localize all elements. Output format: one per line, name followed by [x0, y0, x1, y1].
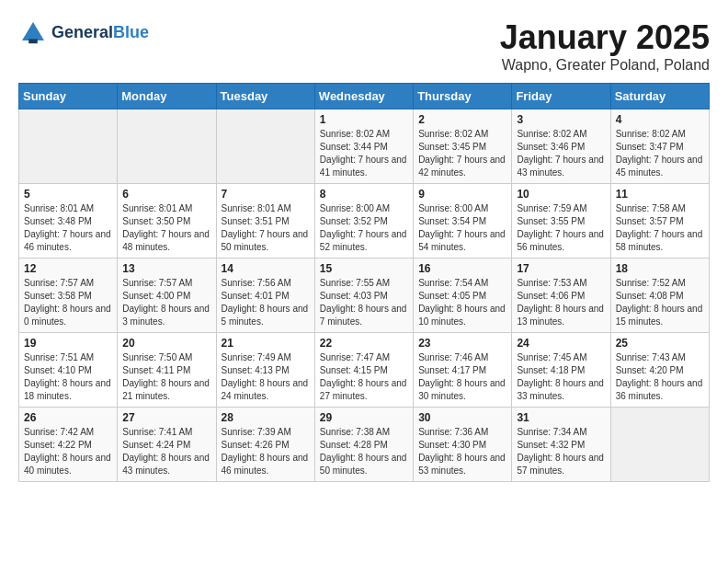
- calendar-title: January 2025: [500, 18, 710, 57]
- day-info: Sunrise: 8:02 AMSunset: 3:46 PMDaylight:…: [517, 128, 605, 179]
- day-info: Sunrise: 8:02 AMSunset: 3:45 PMDaylight:…: [418, 128, 506, 179]
- day-info: Sunrise: 7:57 AMSunset: 3:58 PMDaylight:…: [24, 277, 112, 328]
- day-number: 21: [222, 337, 310, 350]
- day-info: Sunrise: 7:53 AMSunset: 4:06 PMDaylight:…: [517, 277, 605, 328]
- day-number: 2: [418, 113, 506, 126]
- logo-icon: [18, 18, 48, 48]
- svg-rect-1: [28, 39, 38, 43]
- day-info: Sunrise: 7:36 AMSunset: 4:30 PMDaylight:…: [418, 426, 506, 477]
- calendar-cell: 20 Sunrise: 7:50 AMSunset: 4:11 PMDaylig…: [118, 333, 216, 408]
- calendar-cell: 24 Sunrise: 7:45 AMSunset: 4:18 PMDaylig…: [512, 333, 610, 408]
- calendar-cell: 30 Sunrise: 7:36 AMSunset: 4:30 PMDaylig…: [414, 408, 512, 482]
- day-info: Sunrise: 7:38 AMSunset: 4:28 PMDaylight:…: [320, 426, 408, 477]
- calendar-cell: 10 Sunrise: 7:59 AMSunset: 3:55 PMDaylig…: [512, 184, 610, 259]
- day-info: Sunrise: 7:42 AMSunset: 4:22 PMDaylight:…: [24, 426, 112, 477]
- day-header-friday: Friday: [512, 84, 610, 109]
- calendar-cell: 5 Sunrise: 8:01 AMSunset: 3:48 PMDayligh…: [19, 184, 118, 259]
- calendar-table: SundayMondayTuesdayWednesdayThursdayFrid…: [18, 83, 710, 482]
- day-number: 18: [616, 262, 704, 275]
- day-number: 22: [320, 337, 408, 350]
- day-number: 19: [24, 337, 112, 350]
- day-number: 27: [122, 411, 210, 424]
- calendar-week-3: 12 Sunrise: 7:57 AMSunset: 3:58 PMDaylig…: [19, 259, 710, 333]
- svg-marker-0: [22, 22, 44, 40]
- calendar-cell: 18 Sunrise: 7:52 AMSunset: 4:08 PMDaylig…: [610, 259, 709, 333]
- day-number: 20: [122, 337, 210, 350]
- day-number: 30: [418, 411, 506, 424]
- day-headers: SundayMondayTuesdayWednesdayThursdayFrid…: [19, 84, 710, 109]
- day-header-wednesday: Wednesday: [314, 84, 413, 109]
- calendar-cell: 13 Sunrise: 7:57 AMSunset: 4:00 PMDaylig…: [118, 259, 216, 333]
- page-header: GeneralBlue January 2025 Wapno, Greater …: [18, 18, 710, 74]
- day-info: Sunrise: 8:01 AMSunset: 3:48 PMDaylight:…: [24, 202, 112, 254]
- title-block: January 2025 Wapno, Greater Poland, Pola…: [500, 18, 710, 74]
- calendar-cell: 2 Sunrise: 8:02 AMSunset: 3:45 PMDayligh…: [414, 109, 512, 184]
- day-number: 29: [320, 411, 408, 424]
- day-header-saturday: Saturday: [610, 84, 709, 109]
- calendar-cell: 27 Sunrise: 7:41 AMSunset: 4:24 PMDaylig…: [118, 408, 216, 482]
- calendar-cell: 31 Sunrise: 7:34 AMSunset: 4:32 PMDaylig…: [512, 408, 610, 482]
- calendar-subtitle: Wapno, Greater Poland, Poland: [500, 57, 710, 74]
- calendar-cell: 29 Sunrise: 7:38 AMSunset: 4:28 PMDaylig…: [314, 408, 413, 482]
- calendar-cell: [216, 109, 314, 184]
- day-info: Sunrise: 7:57 AMSunset: 4:00 PMDaylight:…: [122, 277, 210, 328]
- day-info: Sunrise: 8:00 AMSunset: 3:54 PMDaylight:…: [418, 202, 506, 254]
- calendar-cell: 11 Sunrise: 7:58 AMSunset: 3:57 PMDaylig…: [610, 184, 709, 259]
- day-info: Sunrise: 7:49 AMSunset: 4:13 PMDaylight:…: [222, 351, 310, 403]
- day-info: Sunrise: 7:50 AMSunset: 4:11 PMDaylight:…: [122, 351, 210, 403]
- day-number: 9: [418, 188, 506, 201]
- day-info: Sunrise: 8:02 AMSunset: 3:47 PMDaylight:…: [616, 128, 704, 179]
- calendar-cell: 15 Sunrise: 7:55 AMSunset: 4:03 PMDaylig…: [314, 259, 413, 333]
- day-number: 4: [616, 113, 704, 126]
- calendar-cell: 17 Sunrise: 7:53 AMSunset: 4:06 PMDaylig…: [512, 259, 610, 333]
- day-info: Sunrise: 7:56 AMSunset: 4:01 PMDaylight:…: [222, 277, 310, 328]
- day-info: Sunrise: 7:41 AMSunset: 4:24 PMDaylight:…: [122, 426, 210, 477]
- day-number: 3: [517, 113, 605, 126]
- day-header-monday: Monday: [118, 84, 216, 109]
- calendar-cell: 1 Sunrise: 8:02 AMSunset: 3:44 PMDayligh…: [314, 109, 413, 184]
- day-number: 31: [517, 411, 605, 424]
- day-header-tuesday: Tuesday: [216, 84, 314, 109]
- day-info: Sunrise: 7:54 AMSunset: 4:05 PMDaylight:…: [418, 277, 506, 328]
- day-info: Sunrise: 7:55 AMSunset: 4:03 PMDaylight:…: [320, 277, 408, 328]
- day-info: Sunrise: 8:02 AMSunset: 3:44 PMDaylight:…: [320, 128, 408, 179]
- calendar-cell: 7 Sunrise: 8:01 AMSunset: 3:51 PMDayligh…: [216, 184, 314, 259]
- day-info: Sunrise: 7:58 AMSunset: 3:57 PMDaylight:…: [616, 202, 704, 254]
- day-info: Sunrise: 7:59 AMSunset: 3:55 PMDaylight:…: [517, 202, 605, 254]
- day-info: Sunrise: 7:45 AMSunset: 4:18 PMDaylight:…: [517, 351, 605, 403]
- day-number: 17: [517, 262, 605, 275]
- day-number: 10: [517, 188, 605, 201]
- calendar-cell: 6 Sunrise: 8:01 AMSunset: 3:50 PMDayligh…: [118, 184, 216, 259]
- day-info: Sunrise: 7:46 AMSunset: 4:17 PMDaylight:…: [418, 351, 506, 403]
- day-number: 11: [616, 188, 704, 201]
- calendar-week-1: 1 Sunrise: 8:02 AMSunset: 3:44 PMDayligh…: [19, 109, 710, 184]
- day-header-thursday: Thursday: [414, 84, 512, 109]
- day-info: Sunrise: 7:43 AMSunset: 4:20 PMDaylight:…: [616, 351, 704, 403]
- day-info: Sunrise: 8:01 AMSunset: 3:50 PMDaylight:…: [122, 202, 210, 254]
- day-number: 24: [517, 337, 605, 350]
- day-info: Sunrise: 7:34 AMSunset: 4:32 PMDaylight:…: [517, 426, 605, 477]
- calendar-cell: 4 Sunrise: 8:02 AMSunset: 3:47 PMDayligh…: [610, 109, 709, 184]
- day-number: 28: [222, 411, 310, 424]
- day-number: 15: [320, 262, 408, 275]
- calendar-cell: 8 Sunrise: 8:00 AMSunset: 3:52 PMDayligh…: [314, 184, 413, 259]
- day-number: 14: [222, 262, 310, 275]
- calendar-cell: [19, 109, 118, 184]
- day-number: 25: [616, 337, 704, 350]
- calendar-week-5: 26 Sunrise: 7:42 AMSunset: 4:22 PMDaylig…: [19, 408, 710, 482]
- calendar-cell: 21 Sunrise: 7:49 AMSunset: 4:13 PMDaylig…: [216, 333, 314, 408]
- day-number: 13: [122, 262, 210, 275]
- calendar-cell: 9 Sunrise: 8:00 AMSunset: 3:54 PMDayligh…: [414, 184, 512, 259]
- logo-text: GeneralBlue: [51, 24, 149, 42]
- calendar-week-4: 19 Sunrise: 7:51 AMSunset: 4:10 PMDaylig…: [19, 333, 710, 408]
- day-number: 16: [418, 262, 506, 275]
- day-info: Sunrise: 8:01 AMSunset: 3:51 PMDaylight:…: [222, 202, 310, 254]
- day-number: 23: [418, 337, 506, 350]
- day-header-sunday: Sunday: [19, 84, 118, 109]
- day-number: 6: [122, 188, 210, 201]
- calendar-cell: 14 Sunrise: 7:56 AMSunset: 4:01 PMDaylig…: [216, 259, 314, 333]
- calendar-cell: 19 Sunrise: 7:51 AMSunset: 4:10 PMDaylig…: [19, 333, 118, 408]
- calendar-cell: [118, 109, 216, 184]
- day-info: Sunrise: 7:39 AMSunset: 4:26 PMDaylight:…: [222, 426, 310, 477]
- calendar-cell: 23 Sunrise: 7:46 AMSunset: 4:17 PMDaylig…: [414, 333, 512, 408]
